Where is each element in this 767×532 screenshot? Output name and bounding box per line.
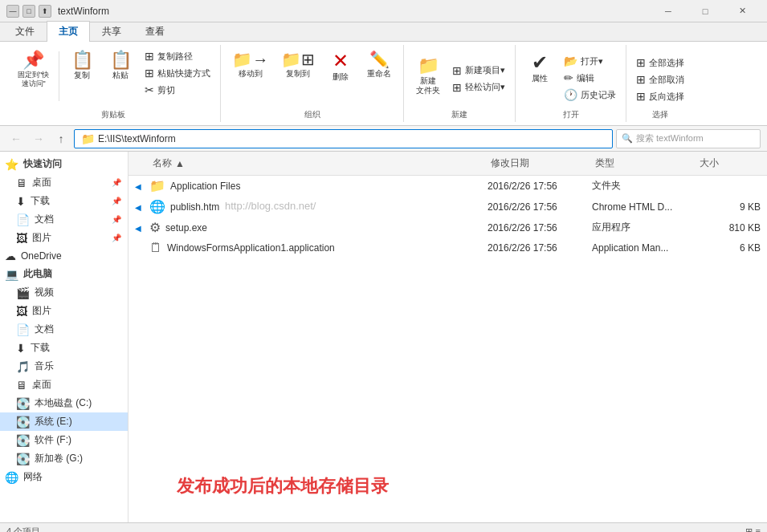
select-all-icon: ⊞	[636, 56, 646, 69]
sidebar-desktop-2[interactable]: 🖥 桌面	[0, 376, 128, 394]
sidebar-item-desktop-1[interactable]: 🖥 桌面 📌	[0, 173, 128, 192]
view-icon-grid[interactable]: ⊞	[745, 526, 753, 532]
up-button[interactable]: ↑	[51, 129, 71, 148]
back-button[interactable]: ←	[6, 129, 26, 148]
rename-icon: ✏️	[369, 51, 390, 67]
sidebar-downloads-2[interactable]: ⬇ 下载	[0, 339, 128, 357]
file-size-2: 810 KB	[696, 222, 761, 234]
delete-button[interactable]: ✕ 删除	[323, 48, 358, 85]
open-group-label: 打开	[522, 108, 619, 122]
move-to-button[interactable]: 📁→ 移动到	[227, 48, 273, 82]
copy-path-label: 复制路径	[157, 51, 193, 63]
paste-shortcut-label: 粘贴快捷方式	[157, 67, 210, 79]
new-item-icon: ⊞	[452, 64, 462, 77]
file-name-0: Application Files	[170, 181, 240, 192]
move-to-label: 移动到	[239, 69, 263, 79]
sidebar-this-pc-header[interactable]: 💻 此电脑	[0, 265, 128, 283]
paste-shortcut-button[interactable]: ⊞ 粘贴快捷方式	[141, 65, 214, 81]
open-button[interactable]: 📂 打开▾	[561, 53, 619, 69]
sidebar-drive-f[interactable]: 💽 软件 (F:)	[0, 431, 128, 449]
select-all-button[interactable]: ⊞ 全部选择	[633, 55, 687, 71]
sidebar-network[interactable]: 🌐 网络	[0, 468, 128, 486]
file-date-0: 2016/2/26 17:56	[488, 181, 592, 192]
header-sort-icon: ▲	[175, 158, 185, 169]
sidebar-videos[interactable]: 🎬 视频	[0, 283, 128, 302]
tab-file[interactable]: 文件	[3, 21, 47, 42]
header-size[interactable]: 大小	[696, 155, 761, 172]
file-type-2: 应用程序	[592, 221, 696, 234]
select-none-label: 全部取消	[649, 74, 684, 86]
downloads-pin-1: 📌	[112, 197, 121, 205]
file-date-1: 2016/2/26 17:56	[488, 201, 592, 213]
maximize-button[interactable]: □	[687, 0, 724, 22]
minimize-button[interactable]: ─	[650, 0, 687, 22]
sidebar-pictures-2[interactable]: 🖼 图片	[0, 302, 128, 320]
sidebar-music[interactable]: 🎵 音乐	[0, 357, 128, 376]
select-none-button[interactable]: ⊞ 全部取消	[633, 71, 687, 87]
documents-icon-1: 📄	[16, 213, 30, 226]
properties-icon: ✔	[532, 53, 548, 72]
sidebar-drive-c[interactable]: 💽 本地磁盘 (C:)	[0, 394, 128, 412]
new-item-button[interactable]: ⊞ 新建项目▾	[449, 63, 508, 79]
copy-label: 复制	[74, 71, 90, 80]
quick-access-icon: ⭐	[5, 158, 18, 171]
title-icon-3: ⬆	[39, 5, 51, 18]
file-row-2[interactable]: ◀ ⚙ setup.exe 2016/2/26 17:56 应用程序 810 K…	[129, 217, 767, 238]
cut-button[interactable]: ✂ 剪切	[141, 82, 214, 98]
copy-to-label: 复制到	[286, 69, 310, 79]
new-folder-icon: 📁	[418, 57, 439, 75]
edit-label: 编辑	[577, 72, 594, 84]
easy-access-button[interactable]: ⊞ 轻松访问▾	[449, 79, 508, 95]
header-date[interactable]: 修改日期	[488, 155, 592, 172]
search-box[interactable]: 🔍 搜索 textWinform	[616, 129, 761, 148]
sidebar-documents-2[interactable]: 📄 文档	[0, 320, 128, 339]
header-name[interactable]: 名称 ▲	[149, 155, 488, 172]
rename-button[interactable]: ✏️ 重命名	[361, 48, 397, 82]
title-bar-icons: — □ ⬆	[6, 5, 51, 18]
paste-button[interactable]: 📋 粘贴	[103, 48, 138, 83]
sidebar-item-downloads-1[interactable]: ⬇ 下载 📌	[0, 192, 128, 210]
copy-button[interactable]: 📋 复制	[64, 48, 100, 83]
file-row-1[interactable]: ◀ 🌐 publish.htm 2016/2/26 17:56 Chrome H…	[129, 197, 767, 217]
header-size-label: 大小	[700, 156, 719, 170]
annotation-label: 发布成功后的本地存储目录	[177, 474, 389, 498]
file-name-cell-3: 🗒 WindowsFormsApplication1.application	[149, 241, 488, 255]
downloads-icon-2: ⬇	[16, 342, 26, 355]
sidebar-onedrive[interactable]: ☁ OneDrive	[0, 247, 128, 265]
address-bar[interactable]: 📁 E:\IIS\textWinform	[74, 129, 613, 148]
pin-1: ◀	[135, 201, 146, 213]
tab-share[interactable]: 共享	[90, 21, 133, 42]
sidebar-item-documents-1[interactable]: 📄 文档 📌	[0, 210, 128, 229]
view-icon-list[interactable]: ≡	[756, 526, 761, 532]
file-row-0[interactable]: ◀ 📁 Application Files 2016/2/26 17:56 文件…	[129, 176, 767, 197]
sidebar-item-pictures-1[interactable]: 🖼 图片 📌	[0, 229, 128, 247]
edit-button[interactable]: ✏ 编辑	[561, 70, 619, 86]
file-name-2: setup.exe	[165, 222, 207, 234]
sidebar-drive-e[interactable]: 💽 系统 (E:)	[0, 412, 128, 431]
forward-button[interactable]: →	[29, 129, 48, 148]
sidebar-drive-g[interactable]: 💽 新加卷 (G:)	[0, 449, 128, 468]
new-folder-label: 新建文件夹	[416, 76, 440, 95]
properties-button[interactable]: ✔ 属性	[522, 50, 557, 87]
close-button[interactable]: ✕	[724, 0, 761, 22]
file-row-3[interactable]: 🗒 WindowsFormsApplication1.application 2…	[129, 238, 767, 258]
history-button[interactable]: 🕐 历史记录	[561, 87, 619, 103]
pictures-icon-2: 🖼	[16, 305, 27, 318]
copy-to-button[interactable]: 📁⊞ 复制到	[276, 48, 320, 82]
easy-access-icon: ⊞	[452, 81, 462, 94]
copy-path-button[interactable]: ⊞ 复制路径	[141, 48, 214, 64]
sidebar-quick-access-header[interactable]: ⭐ 快速访问	[0, 155, 128, 173]
delete-label: 删除	[333, 72, 349, 82]
organize-content: 📁→ 移动到 📁⊞ 复制到 ✕ 删除 ✏️ 重命名	[227, 45, 397, 108]
tab-view[interactable]: 查看	[133, 21, 177, 42]
header-type[interactable]: 类型	[592, 155, 696, 172]
downloads-label-2: 下载	[31, 341, 50, 355]
file-name-cell-1: 🌐 publish.htm	[149, 199, 488, 214]
pin-to-quick-access-button[interactable]: 📌 固定到"快速访问"	[13, 48, 54, 91]
organize-group-label: 组织	[227, 108, 397, 122]
new-folder-button[interactable]: 📁 新建文件夹	[410, 54, 446, 99]
tab-home[interactable]: 主页	[47, 21, 90, 42]
ribbon-group-open: ✔ 属性 📂 打开▾ ✏ 编辑 🕐 历史记录	[516, 45, 626, 122]
main-layout: ⭐ 快速访问 🖥 桌面 📌 ⬇ 下载 📌 📄 文档 📌 🖼 图片 📌 ☁ One…	[0, 152, 767, 522]
invert-selection-button[interactable]: ⊞ 反向选择	[633, 88, 687, 104]
